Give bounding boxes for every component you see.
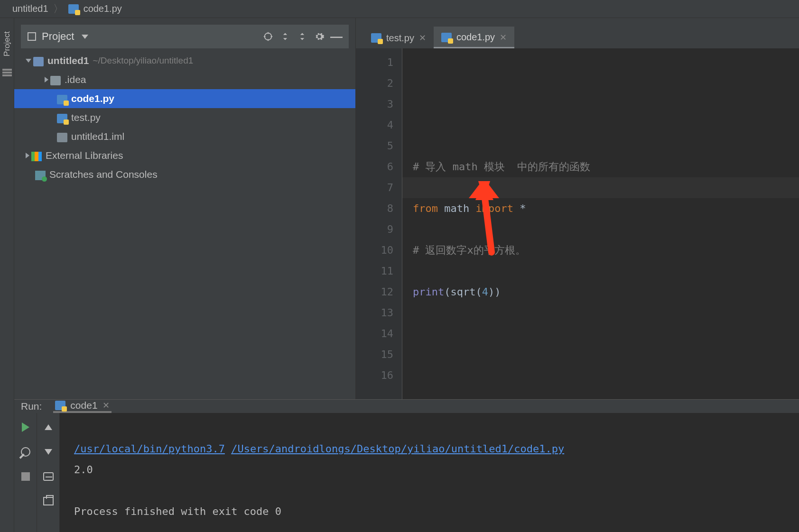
collapse-all-icon[interactable] bbox=[297, 31, 308, 42]
locate-icon[interactable] bbox=[262, 31, 274, 42]
tree-item-label: Scratches and Consoles bbox=[49, 169, 158, 180]
gear-icon[interactable] bbox=[314, 31, 325, 42]
python-file-icon bbox=[57, 95, 67, 104]
tree-idea-folder[interactable]: .idea bbox=[14, 70, 355, 89]
tree-item-label: test.py bbox=[71, 112, 101, 123]
breadcrumb-file[interactable]: code1.py bbox=[84, 3, 122, 14]
expand-all-icon[interactable] bbox=[279, 31, 291, 42]
tree-scratches[interactable]: Scratches and Consoles bbox=[14, 165, 355, 184]
run-toolbar-left bbox=[14, 413, 37, 532]
stop-button[interactable] bbox=[19, 470, 32, 483]
iml-file-icon bbox=[57, 133, 67, 142]
tab-label: code1.py bbox=[456, 32, 495, 43]
project-folder-icon bbox=[33, 57, 44, 66]
tree-item-label: External Libraries bbox=[46, 150, 123, 161]
interpreter-link[interactable]: /usr/local/bin/python3.7 bbox=[74, 443, 225, 455]
rerun-button[interactable] bbox=[19, 421, 32, 434]
run-tool-window: Run: code1 ✕ /usr/local/bin/python3.7 /U… bbox=[14, 399, 799, 532]
run-panel-header: Run: code1 ✕ bbox=[14, 400, 799, 413]
tree-root[interactable]: untitled1 ~/Desktop/yiliao/untitled1 bbox=[14, 51, 355, 70]
close-icon[interactable]: ✕ bbox=[102, 400, 110, 411]
print-button[interactable] bbox=[42, 495, 55, 508]
tree-iml-file[interactable]: untitled1.iml bbox=[14, 127, 355, 146]
stop-icon bbox=[21, 472, 30, 481]
tree-item-label: untitled1.iml bbox=[71, 131, 124, 142]
project-tool-window: Project — untitled1 ~/Deskt bbox=[14, 18, 356, 399]
scroll-up-button[interactable] bbox=[42, 421, 55, 434]
scratches-icon bbox=[35, 171, 46, 180]
editor-tabs: test.py ✕ code1.py ✕ bbox=[356, 25, 799, 48]
hide-panel-icon[interactable]: — bbox=[331, 31, 342, 42]
console-exit: Process finished with exit code 0 bbox=[74, 505, 281, 517]
project-panel-title[interactable]: Project bbox=[42, 30, 74, 43]
code-content[interactable]: # 导入 math 模块 中的所有的函数 from math import * … bbox=[402, 48, 799, 399]
folder-icon bbox=[50, 76, 61, 85]
tab-code1-py[interactable]: code1.py ✕ bbox=[434, 27, 514, 48]
left-tool-strip: Project bbox=[0, 18, 14, 532]
dropdown-icon[interactable] bbox=[82, 35, 88, 39]
print-icon bbox=[43, 497, 54, 505]
breadcrumb-root[interactable]: untitled1 bbox=[12, 3, 48, 14]
wrench-icon bbox=[19, 445, 32, 459]
arrow-up-icon bbox=[45, 424, 52, 430]
project-panel-header: Project — bbox=[21, 25, 349, 48]
soft-wrap-button[interactable] bbox=[42, 470, 55, 483]
run-tab[interactable]: code1 ✕ bbox=[53, 400, 111, 413]
run-console[interactable]: /usr/local/bin/python3.7 /Users/androidl… bbox=[60, 413, 799, 532]
tree-item-label: code1.py bbox=[71, 93, 114, 104]
tree-external-libraries[interactable]: External Libraries bbox=[14, 146, 355, 165]
python-file-icon bbox=[57, 114, 67, 123]
close-icon[interactable]: ✕ bbox=[500, 32, 507, 43]
breadcrumb-separator-icon: 〉 bbox=[53, 2, 64, 16]
arrow-down-icon bbox=[45, 449, 52, 455]
project-tool-button[interactable]: Project bbox=[2, 31, 12, 56]
tree-root-path: ~/Desktop/yiliao/untitled1 bbox=[93, 55, 194, 66]
run-tab-label: code1 bbox=[70, 400, 97, 411]
python-file-icon bbox=[55, 401, 65, 410]
tab-test-py[interactable]: test.py ✕ bbox=[363, 27, 434, 48]
chevron-right-icon[interactable] bbox=[26, 153, 29, 158]
play-icon bbox=[22, 422, 29, 432]
tree-test-file[interactable]: test.py bbox=[14, 108, 355, 127]
run-toolbar-second bbox=[37, 413, 60, 532]
code-editor[interactable]: 1 2 3 4 5 6 7 8 9 10 11 12 13 14 15 16 #… bbox=[356, 48, 799, 399]
project-tree[interactable]: untitled1 ~/Desktop/yiliao/untitled1 .id… bbox=[14, 48, 355, 399]
close-icon[interactable]: ✕ bbox=[419, 33, 426, 43]
chevron-right-icon[interactable] bbox=[45, 77, 48, 83]
libraries-icon bbox=[31, 152, 42, 161]
chevron-down-icon[interactable] bbox=[26, 59, 31, 63]
tree-root-label: untitled1 bbox=[47, 55, 89, 66]
run-label: Run: bbox=[21, 401, 42, 412]
python-file-icon bbox=[68, 4, 79, 14]
soft-wrap-icon bbox=[43, 472, 54, 481]
editor-area: test.py ✕ code1.py ✕ 1 2 3 4 5 6 7 8 9 bbox=[356, 18, 799, 399]
tab-label: test.py bbox=[386, 33, 414, 44]
scroll-down-button[interactable] bbox=[42, 445, 55, 459]
project-view-icon bbox=[28, 32, 36, 41]
structure-tool-icon[interactable] bbox=[2, 69, 12, 76]
svg-point-0 bbox=[265, 33, 272, 40]
python-file-icon bbox=[441, 33, 452, 42]
script-path-link[interactable]: /Users/androidlongs/Desktop/yiliao/untit… bbox=[231, 443, 564, 455]
python-file-icon bbox=[371, 33, 381, 43]
edit-config-button[interactable] bbox=[19, 445, 32, 459]
breadcrumb: untitled1 〉 code1.py bbox=[0, 0, 799, 18]
editor-gutter: 1 2 3 4 5 6 7 8 9 10 11 12 13 14 15 16 bbox=[356, 48, 402, 399]
console-output: 2.0 bbox=[74, 464, 93, 476]
tree-item-label: .idea bbox=[65, 74, 86, 85]
tree-code1-file[interactable]: code1.py bbox=[14, 89, 355, 108]
current-line-highlight bbox=[402, 177, 799, 198]
